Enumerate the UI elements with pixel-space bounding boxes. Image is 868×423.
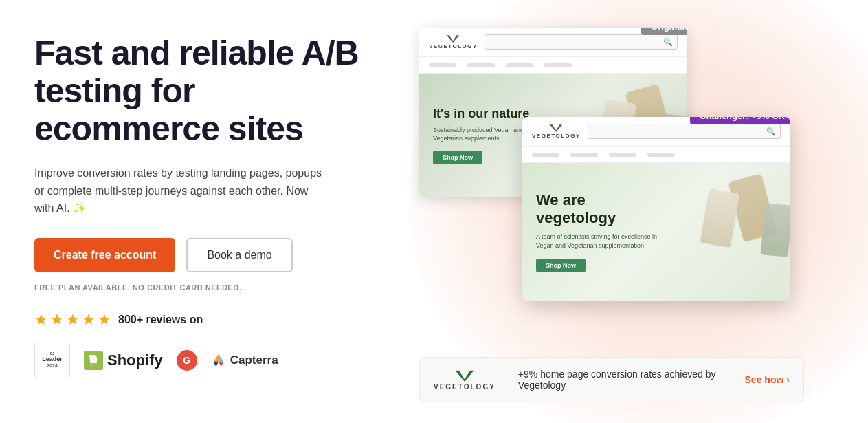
left-panel: Fast and reliable A/B testing for ecomme…: [34, 28, 378, 402]
search-icon-challenger: 🔍: [766, 127, 776, 136]
nav-dot-4: [544, 63, 572, 67]
original-search-bar[interactable]: 🔍: [485, 34, 678, 50]
reviews-text: 800+ reviews on: [118, 314, 203, 326]
challenger-label: Challenger: +9% CR: [690, 117, 790, 124]
bottom-bar: VEGETOLOGY +9% home page conversion rate…: [419, 357, 804, 402]
free-plan-note: FREE PLAN AVAILABLE. NO CREDIT CARD NEED…: [34, 283, 378, 292]
chevron-right-icon: ›: [786, 374, 790, 385]
star-2: ★: [50, 311, 64, 329]
capterra-text: Capterra: [230, 354, 278, 367]
vegetology-logo-bottom: VEGETOLOGY: [434, 369, 496, 391]
shopify-text: Shopify: [107, 351, 163, 369]
svg-marker-4: [447, 35, 459, 43]
vegetology-logo-challenger: VEGETOLOGY: [532, 124, 581, 139]
star-5: ★: [98, 311, 111, 329]
challenger-nav-strip: [522, 147, 790, 163]
challenger-bottles: [660, 163, 790, 287]
vegetology-logo-original: VEGETOLOGY: [429, 34, 478, 50]
see-how-link[interactable]: See how ›: [745, 374, 790, 385]
g2-leader-label: Leader: [42, 356, 63, 363]
challenger-bottle-2: [700, 188, 739, 248]
logos-row: G2 Leader 2024 Shopify G: [34, 343, 378, 378]
original-nav-strip: [419, 57, 687, 74]
challenger-card: Challenger: +9% CR VEGETOLOGY 🔍: [522, 117, 790, 301]
g2-leader-badge: G2 Leader 2024: [34, 343, 70, 378]
challenger-nav-dot-2: [570, 153, 598, 157]
reviews-row: ★ ★ ★ ★ ★ 800+ reviews on: [34, 311, 378, 329]
challenger-nav-dot-3: [609, 153, 636, 157]
star-rating: ★ ★ ★ ★ ★: [34, 311, 111, 329]
main-container: Fast and reliable A/B testing for ecomme…: [0, 0, 868, 423]
capterra-logo: Capterra: [211, 353, 278, 368]
shopify-logo: Shopify: [84, 351, 163, 370]
original-label: Original: [641, 28, 687, 35]
star-3: ★: [66, 311, 80, 329]
challenger-bottle-3: [761, 203, 790, 257]
search-icon-original: 🔍: [663, 38, 673, 47]
challenger-hero-sub: A team of scientists striving for excell…: [536, 232, 660, 250]
challenger-nav-dot-1: [532, 153, 559, 157]
svg-marker-2: [213, 362, 218, 367]
g2-letter: G: [183, 355, 190, 366]
svg-marker-6: [455, 370, 474, 381]
vegetology-v-icon-challenger: [550, 124, 562, 132]
shopify-icon: [84, 351, 103, 370]
create-account-button[interactable]: Create free account: [34, 238, 175, 272]
bottom-bar-text: +9% home page conversion rates achieved …: [518, 369, 734, 391]
sparkle-icon: ✨: [73, 202, 87, 214]
original-shop-button[interactable]: Shop Now: [433, 151, 482, 164]
svg-marker-1: [219, 354, 223, 362]
svg-marker-5: [550, 124, 562, 132]
nav-dot-2: [467, 63, 495, 67]
vegetology-text-original: VEGETOLOGY: [429, 43, 478, 50]
challenger-shop-button[interactable]: Shop Now: [536, 259, 586, 272]
nav-dot-1: [429, 63, 456, 67]
capterra-icon: [211, 353, 226, 368]
book-demo-button[interactable]: Book a demo: [186, 238, 292, 272]
nav-dot-3: [506, 63, 533, 67]
g2-year-label: 2024: [47, 363, 58, 369]
g2-circle-icon: G: [177, 350, 197, 371]
challenger-hero-title: We are vegetology: [536, 191, 660, 228]
challenger-hero-text: We are vegetology A team of scientists s…: [536, 191, 660, 273]
main-headline: Fast and reliable A/B testing for ecomme…: [34, 34, 378, 148]
challenger-search-bar[interactable]: 🔍: [588, 124, 781, 139]
vegetology-name-bottom: VEGETOLOGY: [434, 383, 496, 391]
subheadline: Improve conversion rates by testing land…: [34, 164, 323, 217]
vegetology-text-challenger: VEGETOLOGY: [532, 133, 581, 139]
divider: [507, 367, 507, 392]
challenger-nav-dot-4: [647, 153, 675, 157]
vegetology-v-icon-bottom: [455, 369, 474, 382]
vegetology-v-icon-original: [447, 34, 459, 43]
star-1: ★: [34, 311, 48, 329]
challenger-hero: We are vegetology A team of scientists s…: [522, 163, 790, 301]
right-panel: Original VEGETOLOGY 🔍: [405, 28, 834, 402]
star-4: ★: [82, 311, 96, 329]
svg-marker-0: [213, 354, 218, 362]
cta-row: Create free account Book a demo: [34, 238, 378, 272]
svg-marker-3: [219, 362, 223, 367]
